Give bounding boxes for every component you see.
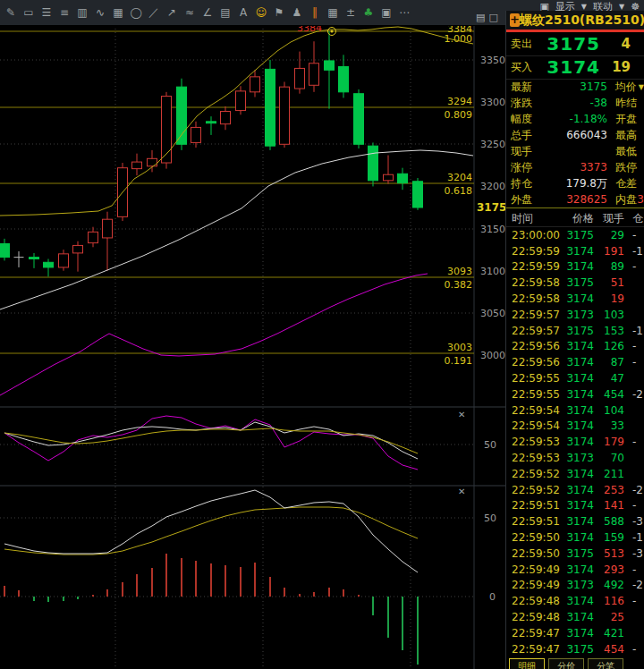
tab-分笔[interactable]: 分笔	[588, 658, 623, 669]
vline-tool-icon[interactable]: ▥	[73, 0, 91, 25]
tape-row: 22:59:59317489-	[506, 259, 644, 275]
tick-oi-change: -	[624, 595, 644, 607]
stat-row: 持仓179.8万仓差	[506, 175, 644, 191]
bid-row[interactable]: 买入 3174 19	[506, 55, 644, 80]
close-indicator-button[interactable]: ✕	[458, 410, 465, 419]
stats-divider	[506, 207, 644, 208]
chevron-down-icon[interactable]: ▼	[639, 83, 644, 91]
arrow-tool-icon[interactable]: ↗	[163, 0, 181, 25]
measure-tool-icon[interactable]: ±	[342, 0, 360, 25]
candle-body	[280, 87, 290, 144]
tick-volume: 29	[594, 229, 624, 241]
clover-tool-icon[interactable]: ♣	[360, 0, 377, 25]
candle-body	[191, 127, 201, 142]
drawing-tools-group: ✎▭☰≡▥∿▦◯／↗≈∠▤A☺⚑♟‖▦±♣▣⋯	[2, 0, 413, 25]
quote-stats: 最新3175均价▼涨跌-38昨结幅度-1.18%开盘总手666043最高现手最低…	[506, 79, 644, 207]
tick-price: 3174	[562, 515, 594, 528]
stat-label-2: 最低	[615, 144, 637, 159]
tick-price: 3173	[562, 452, 594, 464]
tape-row: 22:59:473175454-	[506, 641, 644, 657]
tick-price: 3174	[562, 499, 594, 512]
fib-ratio-label: 0.382	[445, 279, 473, 291]
fib-tool-icon[interactable]: ▤	[216, 0, 234, 25]
tick-volume: 103	[594, 309, 624, 321]
tick-time: 22:59:53	[506, 452, 562, 464]
hline-tool-icon[interactable]: ☰	[38, 0, 55, 25]
tape-row: 22:59:513174141-	[506, 498, 644, 514]
tick-time: 22:59:58	[506, 292, 562, 305]
tape-row: 22:59:54317433	[506, 419, 644, 435]
tick-oi-change: -1	[624, 531, 644, 544]
candle-body	[250, 77, 260, 92]
channel-tool-icon[interactable]: ≈	[181, 0, 199, 25]
flag-tool-icon[interactable]: ⚑	[270, 0, 288, 25]
draw-rectangle-icon[interactable]: ▭	[20, 0, 38, 25]
tick-volume: 179	[594, 436, 624, 448]
bid-quantity: 19	[600, 59, 644, 75]
stat-label: 持仓	[511, 176, 555, 191]
ask-row[interactable]: 卖出 3175 4	[506, 32, 644, 56]
tick-price: 3173	[562, 309, 594, 321]
fib-price-label: 3093	[447, 266, 472, 277]
angle-tool-icon[interactable]: ∠	[199, 0, 216, 25]
axis-tick-label: 3050	[480, 308, 505, 319]
ma-line-magenta	[0, 274, 428, 395]
tick-time: 22:59:58	[506, 276, 562, 289]
tape-row: 22:59:483174116-	[506, 593, 644, 609]
stat-value-2: 3	[637, 193, 644, 206]
more-tools-icon[interactable]: ⋯	[395, 0, 413, 25]
candle-tool-icon[interactable]: ‖	[306, 0, 324, 25]
tab-分价[interactable]: 分价	[548, 658, 584, 669]
tape-row: 22:59:503174159-1	[506, 529, 644, 546]
screenshot-tool-icon[interactable]: ▣	[377, 0, 395, 25]
stat-row: 幅度-1.18%开盘	[506, 111, 644, 127]
macd-dif-line	[4, 490, 418, 572]
candlestick-chart[interactable]: 33841.00032940.80932040.61830930.3823003…	[0, 25, 505, 669]
tick-price: 3174	[562, 595, 594, 607]
stat-label-2: 仓差	[615, 176, 637, 191]
add-contract-button[interactable]: +	[510, 13, 520, 27]
tick-time: 22:59:56	[506, 340, 562, 352]
window-layout-icons[interactable]: ▤□	[476, 12, 502, 23]
emoji-tool-icon[interactable]: ☺	[252, 0, 270, 25]
tick-tape[interactable]: 23:00:00317529-22:59:593174191-122:59:59…	[506, 227, 644, 657]
contract-title[interactable]: 螺纹2510(RB2510)4	[520, 13, 644, 29]
tick-price: 3174	[562, 484, 594, 496]
tape-row: 22:59:55317447	[506, 370, 644, 386]
tick-price: 3174	[562, 260, 594, 273]
stat-label-2: 最高	[615, 128, 637, 143]
fib-ratio-label: 0.191	[445, 355, 473, 367]
close-indicator-button[interactable]: ✕	[458, 487, 465, 496]
stat-label-2: 昨结	[615, 96, 637, 111]
circle-tool-icon[interactable]: ◯	[127, 0, 145, 25]
stat-label: 外盘	[511, 192, 555, 207]
table-tool-icon[interactable]: ▦	[324, 0, 342, 25]
tick-volume: 153	[594, 325, 624, 337]
wave-tool-icon[interactable]: ∿	[91, 0, 109, 25]
stat-label: 涨跌	[511, 96, 555, 111]
grid-tool-icon[interactable]: ▦	[109, 0, 127, 25]
high-marker-dot	[331, 30, 334, 33]
pin-tool-icon[interactable]: ♟	[288, 0, 306, 25]
tick-time: 22:59:51	[506, 499, 562, 512]
tick-volume: 25	[594, 611, 624, 623]
ask-price: 3175	[538, 33, 600, 55]
ask-label: 卖出	[511, 37, 538, 52]
stat-value: 666043	[555, 129, 607, 141]
parallel-lines-icon[interactable]: ≡	[55, 0, 73, 25]
candle-body	[89, 232, 98, 242]
draw-pencil-icon[interactable]: ✎	[2, 0, 20, 25]
trendline-tool-icon[interactable]: ／	[145, 0, 163, 25]
tick-time: 22:59:50	[506, 547, 562, 560]
sub2-scale-label: 50	[484, 512, 496, 524]
stat-label: 总手	[511, 128, 555, 143]
tick-price: 3175	[562, 229, 594, 241]
tab-明细[interactable]: 明细	[509, 658, 545, 669]
high-price-label: 3384	[297, 25, 322, 34]
stat-value: 179.8万	[555, 176, 607, 191]
text-tool-icon[interactable]: A	[234, 0, 252, 25]
tick-price: 3173	[562, 579, 594, 591]
tape-row: 22:59:563174126-	[506, 339, 644, 355]
stat-row: 总手666043最高	[506, 127, 644, 143]
tick-time: 22:59:49	[506, 579, 562, 591]
